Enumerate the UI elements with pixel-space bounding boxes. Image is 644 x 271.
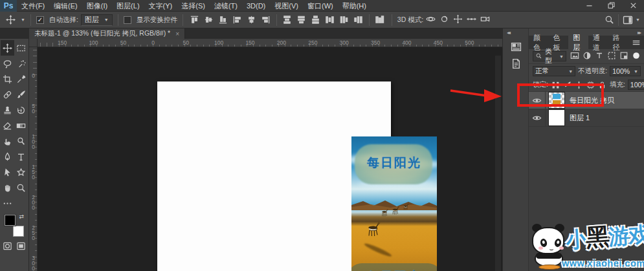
smudge-tool[interactable] <box>1 133 14 149</box>
distribute-bottom-icon[interactable] <box>309 14 322 27</box>
collapse-panels-icon[interactable]: ◂◂ <box>507 30 509 36</box>
zoom-tool[interactable] <box>14 180 28 195</box>
gradient-tool[interactable] <box>14 118 28 133</box>
align-left-icon[interactable] <box>231 14 244 27</box>
chevron-down-icon[interactable]: ▼ <box>21 17 25 22</box>
distribute-left-icon[interactable] <box>324 14 337 27</box>
show-transform-checkbox[interactable] <box>124 16 131 24</box>
panel-swatches-icon[interactable] <box>507 39 524 54</box>
menu-item[interactable]: 3D(D) <box>242 0 270 12</box>
spot-healing-tool[interactable] <box>1 87 14 102</box>
menu-item[interactable]: 选择(S) <box>177 0 210 12</box>
panel-tab-图层[interactable]: 图层 <box>568 36 588 49</box>
opacity-field[interactable]: 100% ▼ <box>610 66 641 76</box>
swap-colors-icon[interactable]: ⇄ <box>19 213 24 220</box>
ruler-corner[interactable] <box>29 39 38 47</box>
clone-stamp-tool[interactable] <box>1 102 14 118</box>
canvas-page[interactable]: 每日阳光 每日阳光 <box>157 81 391 271</box>
quick-mask-button[interactable] <box>1 238 14 254</box>
close-button[interactable] <box>622 0 644 12</box>
3d-roll-icon[interactable] <box>439 14 449 25</box>
path-select-tool[interactable] <box>1 164 14 180</box>
menu-item[interactable]: 图像(I) <box>82 0 112 12</box>
tab-close-icon[interactable]: × <box>175 30 179 38</box>
marquee-tool[interactable] <box>14 40 28 56</box>
fill-field[interactable]: 100% ▼ <box>628 80 644 90</box>
layer-name[interactable]: 每日阳光 拷贝 <box>570 96 614 105</box>
crop-tool[interactable] <box>1 71 14 87</box>
photo-layer[interactable]: 每日阳光 每日阳光 <box>351 136 437 271</box>
filter-toggle-icon[interactable] <box>632 51 641 61</box>
layer-thumbnail[interactable] <box>549 92 564 108</box>
align-top-icon[interactable] <box>188 14 201 27</box>
3d-scale-icon[interactable] <box>480 14 490 25</box>
menu-item[interactable]: 编辑(E) <box>49 0 82 12</box>
panel-properties-icon[interactable] <box>507 56 524 71</box>
auto-select-target-dropdown[interactable]: 图层 ▼ <box>81 14 113 26</box>
move-tool-icon[interactable] <box>4 14 17 27</box>
screen-mode-button[interactable] <box>14 238 28 254</box>
panel-menu-icon[interactable] <box>628 36 644 49</box>
history-brush-tool[interactable] <box>14 102 28 118</box>
menu-item[interactable]: 滤镜(T) <box>210 0 242 12</box>
brush-tool[interactable] <box>14 87 28 102</box>
lock-position-icon[interactable] <box>574 80 584 90</box>
panel-tab-通道[interactable]: 通道 <box>588 36 608 49</box>
lock-transparent-icon[interactable] <box>551 80 561 90</box>
ellipsis-tool[interactable] <box>1 195 14 211</box>
filter-type-dropdown[interactable]: 类型 ▼ <box>533 51 566 61</box>
lock-artboard-icon[interactable] <box>586 80 595 90</box>
minimize-button[interactable] <box>578 0 600 12</box>
type-tool[interactable] <box>14 149 28 164</box>
panel-tab-路径[interactable]: 路径 <box>608 36 628 49</box>
distribute-vcenter-icon[interactable] <box>295 14 308 27</box>
restore-button[interactable] <box>600 0 622 12</box>
3d-pan-icon[interactable] <box>453 14 463 25</box>
ps-logo[interactable]: Ps <box>0 0 17 12</box>
pen-tool[interactable] <box>1 149 14 164</box>
move-tool[interactable] <box>1 40 14 56</box>
lock-all-icon[interactable] <box>597 80 607 90</box>
layer-visibility-eye-icon[interactable] <box>529 109 546 126</box>
chevron-down-icon[interactable]: ▼ <box>636 17 640 22</box>
blend-mode-dropdown[interactable]: 正常 ▼ <box>533 66 575 76</box>
menu-item[interactable]: 文字(Y) <box>144 0 177 12</box>
canvas-vertical-scrollbar[interactable] <box>495 56 501 271</box>
foreground-color-swatch[interactable] <box>5 215 16 226</box>
menu-item[interactable]: 视图(V) <box>270 0 303 12</box>
filter-adjust-icon[interactable] <box>583 51 592 61</box>
menu-item[interactable]: 帮助(H) <box>338 0 371 12</box>
distribute-right-icon[interactable] <box>352 14 365 27</box>
dodge-tool[interactable] <box>14 133 28 149</box>
3d-slide-icon[interactable] <box>467 14 476 25</box>
magic-wand-tool[interactable] <box>14 56 28 71</box>
menu-item[interactable]: 窗口(W) <box>303 0 338 12</box>
layer-name[interactable]: 图层 1 <box>570 113 590 123</box>
align-vcenter-icon[interactable] <box>203 14 216 27</box>
document-tab[interactable]: 未标题-1 @ 133% (每日阳光 拷贝, RGB/8#) * × <box>29 28 185 39</box>
workspace-icon[interactable] <box>621 14 634 27</box>
expand-panels-icon[interactable]: ▸▸ <box>638 30 640 36</box>
layer-visibility-eye-icon[interactable] <box>529 92 546 109</box>
eraser-tool[interactable] <box>1 118 14 133</box>
layer-thumbnail[interactable] <box>549 110 564 125</box>
menu-item[interactable]: 图层(L) <box>112 0 144 12</box>
filter-smart-icon[interactable] <box>619 51 628 61</box>
search-icon[interactable] <box>603 14 616 27</box>
document-viewport[interactable]: 每日阳光 每日阳光 <box>38 47 502 271</box>
eyedropper-tool[interactable] <box>14 71 28 87</box>
layer-row[interactable]: 每日阳光 拷贝 <box>529 92 644 109</box>
lock-pixels-icon[interactable] <box>562 80 572 90</box>
layer-row[interactable]: 图层 1 <box>529 109 644 127</box>
hand-tool[interactable] <box>1 180 14 195</box>
align-bottom-icon[interactable] <box>217 14 230 27</box>
filter-type-icon[interactable] <box>595 51 604 61</box>
auto-align-icon[interactable] <box>373 14 386 27</box>
3d-orbit-icon[interactable] <box>426 14 436 25</box>
background-color-swatch[interactable] <box>13 226 24 237</box>
menu-item[interactable]: 文件(F) <box>17 0 49 12</box>
distribute-top-icon[interactable] <box>281 14 294 27</box>
filter-image-icon[interactable] <box>570 51 579 61</box>
filter-shape-icon[interactable] <box>607 51 616 61</box>
align-hcenter-icon[interactable] <box>245 14 258 27</box>
